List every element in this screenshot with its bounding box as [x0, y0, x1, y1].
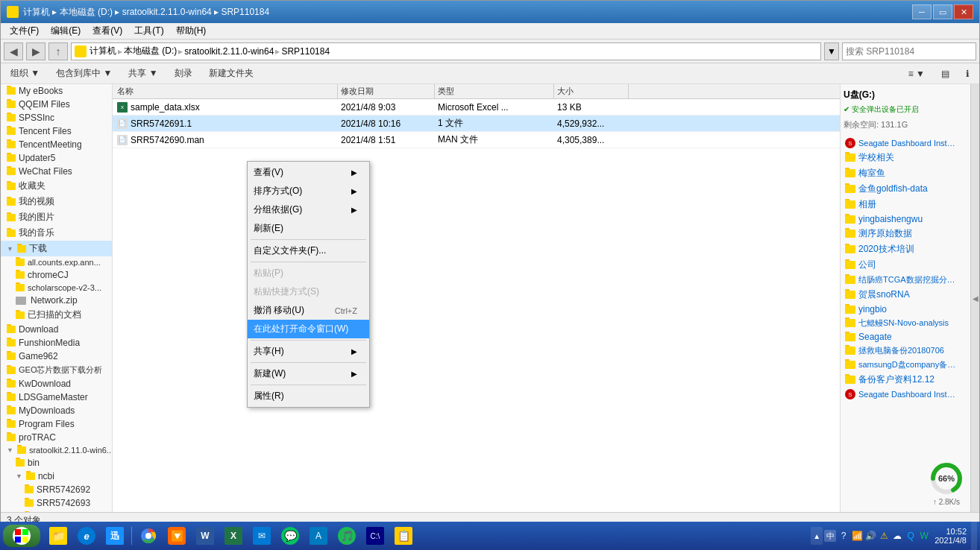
ctx-item-properties[interactable]: 属性(R): [248, 387, 369, 405]
sidebar-item-tencentmeeting[interactable]: TencentMeeting: [1, 138, 112, 151]
ctx-item-undo[interactable]: 撤消 移动(U) Ctrl+Z: [248, 301, 369, 320]
sidebar-item-sratoolkit[interactable]: ▼ sratoolkit.2.11.0-win6...: [1, 444, 112, 456]
sidebar-item-ncbi[interactable]: ▼ ncbi: [1, 470, 112, 483]
address-bar[interactable]: 计算机 ▸ 本地磁盘 (D:) ▸ sratoolkit.2.11.0-win6…: [71, 42, 821, 60]
menu-file[interactable]: 文件(F): [4, 23, 45, 39]
back-button[interactable]: ◀: [4, 42, 23, 60]
right-panel-item-backup[interactable]: 备份客户资料12.12: [844, 372, 967, 388]
right-panel-item-yingbai[interactable]: yingbaishengwu: [844, 212, 967, 226]
right-panel-item-tcga[interactable]: 结肠癌TCGA数据挖掘分析文章: [844, 273, 967, 287]
share-button[interactable]: 共享 ▼: [123, 65, 163, 82]
show-desktop-button[interactable]: [971, 522, 977, 550]
start-button[interactable]: [3, 525, 40, 547]
taskbar-app3[interactable]: 迅: [101, 525, 128, 546]
breadcrumb-part-3[interactable]: sratoolkit.2.11.0-win64: [184, 46, 274, 57]
taskbar-ie[interactable]: e: [73, 525, 100, 546]
right-panel-item-qisai[interactable]: 七鳃鳗SN-Novo-analysis: [844, 316, 967, 330]
right-panel-item-seagate2[interactable]: Seagate: [844, 330, 967, 344]
right-panel-item-rescue[interactable]: 拯救电脑备份20180706: [844, 344, 967, 358]
norton-icon[interactable]: ⚠: [878, 530, 890, 542]
col-header-date[interactable]: 修改日期: [338, 84, 435, 98]
breadcrumb-part-4[interactable]: SRP110184: [281, 46, 330, 57]
ctx-item-cmd[interactable]: 在此处打开命令窗口(W): [248, 320, 369, 338]
taskbar-word[interactable]: W: [192, 525, 219, 546]
address-dropdown-button[interactable]: ▼: [824, 42, 839, 60]
right-panel-item-album[interactable]: 相册: [844, 197, 967, 212]
sidebar-item-protrac[interactable]: proTRAC: [1, 431, 112, 444]
sidebar-item-videos[interactable]: 我的视频: [1, 194, 112, 209]
search-box[interactable]: [842, 42, 976, 60]
breadcrumb-part-1[interactable]: 计算机: [89, 45, 116, 57]
ctx-item-group[interactable]: 分组依据(G) ▶: [248, 200, 369, 219]
new-folder-button[interactable]: 新建文件夹: [204, 65, 259, 82]
sidebar-item-kwdownload[interactable]: KwDownload: [1, 377, 112, 391]
menu-tools[interactable]: 工具(T): [128, 23, 169, 39]
organize-button[interactable]: 组织 ▼: [5, 65, 45, 82]
sidebar-item-music[interactable]: 我的音乐: [1, 225, 112, 241]
preview-pane-button[interactable]: ▤: [936, 66, 955, 81]
taskbar-email[interactable]: ✉: [248, 525, 275, 546]
help-icon[interactable]: ?: [838, 530, 849, 542]
sidebar-item-mydownloads[interactable]: MyDownloads: [1, 404, 112, 417]
right-panel-item-goldfish[interactable]: 金鱼goldfish-data: [844, 181, 967, 197]
right-panel-item-hesnorna[interactable]: 贺晨snoRNA: [844, 287, 967, 303]
right-panel-toggle[interactable]: ◀: [970, 84, 979, 512]
qq-tray-icon[interactable]: Q: [905, 530, 917, 542]
network-icon[interactable]: 📶: [851, 530, 863, 542]
search-input[interactable]: [846, 46, 973, 57]
taskbar-explorer[interactable]: 📁: [45, 525, 72, 546]
close-button[interactable]: ✕: [954, 4, 973, 19]
right-panel-item-samsung[interactable]: samsungD盘company备份2016...: [844, 358, 967, 372]
col-header-size[interactable]: 大小: [554, 84, 629, 98]
sidebar-item-tencent[interactable]: Tencent Files: [1, 124, 112, 138]
right-panel-item-yingbio[interactable]: yingbio: [844, 303, 967, 316]
sidebar-item-networkzip[interactable]: Network.zip: [1, 294, 112, 307]
sidebar-item-scanned[interactable]: 已扫描的文档: [1, 307, 112, 323]
ctx-item-view[interactable]: 查看(V) ▶: [248, 163, 369, 182]
taskbar-chrome[interactable]: [135, 525, 162, 546]
taskbar-wechat[interactable]: 💬: [277, 525, 304, 546]
sidebar-item-allcounts[interactable]: all.counts.exp.ann...: [1, 256, 112, 268]
ctx-item-customize[interactable]: 自定义文件夹(F)...: [248, 241, 369, 260]
sidebar-item-qqeim[interactable]: QQEIM Files: [1, 98, 112, 111]
burn-button[interactable]: 刻录: [169, 65, 198, 82]
tray-expand-button[interactable]: ▲: [811, 527, 823, 545]
taskbar-excel[interactable]: X: [220, 525, 247, 546]
menu-view[interactable]: 查看(V): [87, 23, 128, 39]
right-panel-item-seagate3[interactable]: S Seagate Dashboard Installer.e...: [844, 388, 967, 401]
menu-help[interactable]: 帮助(H): [170, 23, 213, 39]
sidebar-item-funshion[interactable]: FunshionMedia: [1, 336, 112, 350]
ctx-item-refresh[interactable]: 刷新(E): [248, 219, 369, 238]
sidebar-item-favorites[interactable]: 收藏夹: [1, 178, 112, 194]
sidebar-item-srr5742692[interactable]: SRR5742692: [1, 483, 112, 496]
right-panel-item-meishiyu[interactable]: 梅室鱼: [844, 165, 967, 181]
taskbar-yundown2[interactable]: 🔽: [163, 525, 190, 546]
restore-button[interactable]: ▭: [933, 4, 952, 19]
right-panel-item-2020train[interactable]: 2020技术培训: [844, 241, 967, 257]
sidebar-item-wechat[interactable]: WeChat Files: [1, 165, 112, 178]
onedrive-icon[interactable]: ☁: [891, 530, 903, 542]
minimize-button[interactable]: ─: [912, 4, 932, 19]
taskbar-cmd[interactable]: C:\: [362, 525, 389, 546]
right-panel-item-school[interactable]: 学校相关: [844, 150, 967, 165]
file-row-sampledata[interactable]: x sample_data.xlsx 2021/4/8 9:03 Microso…: [113, 99, 840, 116]
right-panel-item-seqdata[interactable]: 测序原始数据: [844, 226, 967, 241]
system-clock[interactable]: 10:52 2021/4/8: [932, 527, 970, 545]
sidebar-item-geo[interactable]: GEO芯片数据下载分析: [1, 363, 112, 377]
up-button[interactable]: ↑: [48, 42, 68, 60]
right-panel-item-company[interactable]: 公司: [844, 257, 967, 273]
ime-icon[interactable]: 中: [824, 530, 836, 542]
file-row-srr5742690man[interactable]: 📄 SRR5742690.man 2021/4/8 1:51 MAN 文件 4,…: [113, 132, 840, 148]
wechat-tray-icon[interactable]: W: [918, 530, 930, 542]
taskbar-anki[interactable]: A: [305, 525, 332, 546]
sidebar-item-bin[interactable]: bin: [1, 456, 112, 470]
details-pane-button[interactable]: ℹ: [961, 66, 975, 81]
sidebar-item-game962[interactable]: Game962: [1, 350, 112, 363]
view-options-button[interactable]: ≡ ▼: [903, 66, 930, 81]
breadcrumb-part-2[interactable]: 本地磁盘 (D:): [124, 45, 177, 57]
volume-icon[interactable]: 🔊: [864, 530, 876, 542]
sidebar-item-xiazai[interactable]: ▼ 下载: [1, 241, 112, 256]
ctx-item-sort[interactable]: 排序方式(O) ▶: [248, 182, 369, 200]
sidebar-item-myebooks[interactable]: My eBooks: [1, 84, 112, 98]
taskbar-notes[interactable]: 📋: [390, 525, 417, 546]
